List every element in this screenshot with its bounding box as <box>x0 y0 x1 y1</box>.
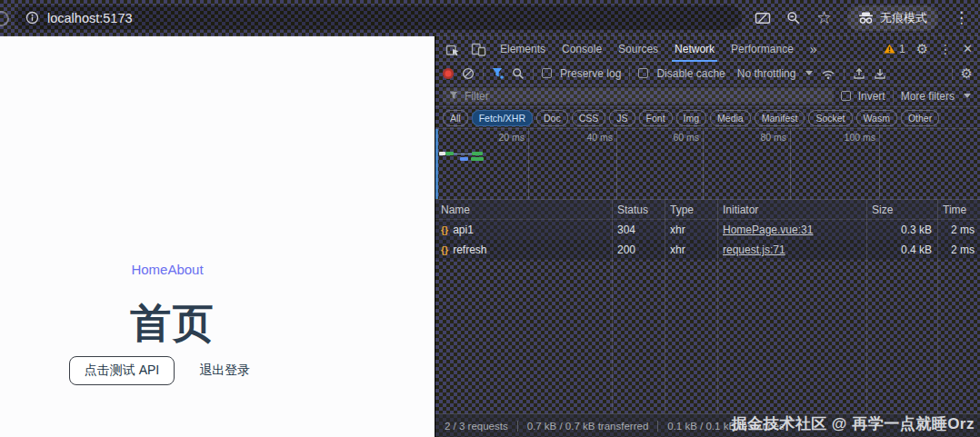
chip-all[interactable]: All <box>443 110 468 126</box>
address-bar[interactable]: localhost:5173 <box>15 5 742 30</box>
network-search-icon[interactable] <box>512 67 525 80</box>
export-har-icon[interactable] <box>874 67 886 80</box>
table-row[interactable]: {} refresh 200 xhr request.js:71 0.4 kB … <box>435 240 980 260</box>
gridline <box>879 129 880 199</box>
disable-cache-label[interactable]: Disable cache <box>656 67 725 80</box>
share-icon[interactable] <box>755 11 771 25</box>
waterfall-bar <box>471 157 484 161</box>
nav-link-about[interactable]: About <box>167 262 203 277</box>
browser-toolbar: localhost:5173 ☆ 无痕模式 ⋮ <box>0 0 980 36</box>
tab-sources[interactable]: Sources <box>611 36 665 62</box>
throttling-caret-icon[interactable] <box>805 71 813 75</box>
network-overview-timeline[interactable]: 20 ms 40 ms 60 ms 80 ms 100 ms <box>435 129 980 200</box>
filter-funnel-icon[interactable] <box>492 67 504 79</box>
chip-fetch-xhr[interactable]: Fetch/XHR <box>472 110 533 126</box>
test-api-button[interactable]: 点击测试 API <box>69 356 175 385</box>
issues-warning-badge[interactable]: 1 <box>880 43 909 55</box>
search-icon[interactable] <box>786 11 801 25</box>
chip-wasm[interactable]: Wasm <box>856 110 897 126</box>
devtools-tabbar: Elements Console Sources Network Perform… <box>435 36 980 62</box>
network-conditions-icon[interactable] <box>821 67 835 80</box>
waterfall-bar <box>472 152 483 155</box>
incognito-label: 无痕模式 <box>880 10 927 26</box>
chip-css[interactable]: CSS <box>572 110 606 126</box>
chip-doc[interactable]: Doc <box>536 110 568 126</box>
initiator-link[interactable]: request.js:71 <box>723 243 785 256</box>
network-filter-row: Filter Invert More filters <box>435 85 980 107</box>
filter-icon <box>449 91 459 101</box>
url-text: localhost:5173 <box>47 11 133 25</box>
request-size: 0.4 kB <box>866 240 937 260</box>
invert-checkbox[interactable] <box>841 91 851 101</box>
web-page: HomeAbout 首页 点击测试 API 退出登录 <box>0 36 435 437</box>
preserve-log-checkbox[interactable] <box>542 68 552 78</box>
chip-other[interactable]: Other <box>901 110 939 126</box>
tick-label: 80 ms <box>735 132 786 143</box>
chip-js[interactable]: JS <box>609 110 635 126</box>
overview-left-handle[interactable] <box>435 129 438 199</box>
tab-console[interactable]: Console <box>555 36 609 62</box>
network-toolbar: Preserve log Disable cache No throttling… <box>435 62 980 85</box>
clear-network-log-icon[interactable] <box>462 67 475 80</box>
preserve-log-label[interactable]: Preserve log <box>560 67 621 80</box>
request-name[interactable]: refresh <box>453 240 486 260</box>
chip-socket[interactable]: Socket <box>808 110 852 126</box>
tab-performance[interactable]: Performance <box>724 36 801 62</box>
network-filter-input[interactable]: Filter <box>443 88 834 104</box>
col-time[interactable]: Time <box>937 200 980 220</box>
col-status[interactable]: Status <box>612 200 665 220</box>
back-button-fragment[interactable] <box>0 11 9 26</box>
inspect-element-icon[interactable] <box>441 42 465 56</box>
filter-placeholder: Filter <box>465 90 489 103</box>
chip-media[interactable]: Media <box>710 110 751 126</box>
throttling-select[interactable]: No throttling <box>737 67 796 80</box>
request-type: xhr <box>665 240 717 260</box>
nav-link-home[interactable]: Home <box>131 262 167 277</box>
initiator-link[interactable]: HomePage.vue:31 <box>723 223 813 236</box>
tick-label: 60 ms <box>648 132 699 143</box>
devtools-panel: Elements Console Sources Network Perform… <box>435 36 980 437</box>
col-name[interactable]: Name <box>435 200 612 220</box>
waterfall-bar <box>445 152 454 155</box>
logout-button[interactable]: 退出登录 <box>184 356 265 385</box>
summary-transferred: 0.7 kB / 0.7 kB transferred <box>527 421 649 432</box>
browser-menu-icon[interactable]: ⋮ <box>954 10 969 25</box>
more-tabs-icon[interactable]: » <box>803 36 825 62</box>
devtools-settings-icon[interactable]: ⚙ <box>916 42 928 55</box>
col-initiator[interactable]: Initiator <box>717 200 866 220</box>
tab-elements[interactable]: Elements <box>493 36 553 62</box>
bookmark-star-icon[interactable]: ☆ <box>816 9 832 26</box>
more-filters-button[interactable]: More filters <box>901 90 955 103</box>
column-divider[interactable] <box>665 200 665 413</box>
col-type[interactable]: Type <box>665 200 717 220</box>
devtools-close-icon[interactable]: ✕ <box>963 43 973 55</box>
tab-network[interactable]: Network <box>667 36 722 62</box>
import-har-icon[interactable] <box>853 67 865 80</box>
info-icon[interactable] <box>25 11 39 25</box>
chip-font[interactable]: Font <box>639 110 673 126</box>
record-network-log-button[interactable] <box>443 68 454 79</box>
page-title: 首页 <box>0 296 345 351</box>
table-row[interactable]: {} api1 304 xhr HomePage.vue:31 0.3 kB 2… <box>435 220 980 240</box>
column-divider[interactable] <box>612 200 613 413</box>
column-divider[interactable] <box>717 200 718 413</box>
chip-manifest[interactable]: Manifest <box>755 110 805 126</box>
column-divider[interactable] <box>866 200 867 413</box>
app-nav: HomeAbout <box>0 262 335 277</box>
device-toolbar-icon[interactable] <box>466 42 491 56</box>
warning-triangle-icon <box>884 44 895 54</box>
invert-label[interactable]: Invert <box>858 90 885 103</box>
request-type: xhr <box>665 220 717 240</box>
gridline <box>790 129 791 199</box>
network-settings-icon[interactable]: ⚙ <box>961 66 973 80</box>
incognito-icon <box>858 12 874 25</box>
devtools-menu-icon[interactable]: ⋮ <box>939 43 952 55</box>
disable-cache-checkbox[interactable] <box>638 68 648 78</box>
column-divider[interactable] <box>937 200 938 413</box>
chip-img[interactable]: Img <box>676 110 707 126</box>
request-name[interactable]: api1 <box>453 220 474 240</box>
waterfall-bar <box>439 152 445 155</box>
waterfall-bar <box>460 157 468 161</box>
col-size[interactable]: Size <box>866 200 937 220</box>
more-filters-caret-icon[interactable] <box>964 94 971 98</box>
